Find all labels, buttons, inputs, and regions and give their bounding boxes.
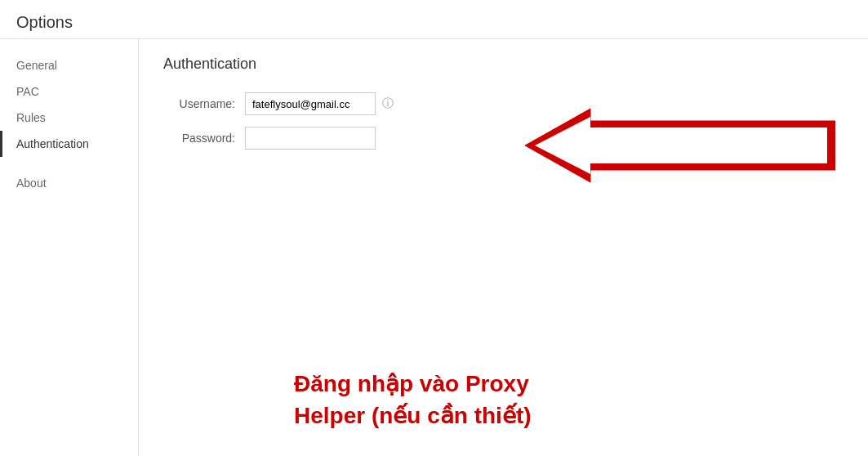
sidebar-item-label: General [16, 59, 57, 72]
help-icon[interactable]: ⓘ [382, 96, 394, 111]
sidebar-item-label: PAC [16, 85, 39, 98]
sidebar-item-about[interactable]: About [0, 170, 138, 196]
arrow-svg [525, 105, 835, 186]
password-label: Password: [163, 132, 245, 145]
username-input[interactable] [245, 92, 376, 115]
annotation-text: Đăng nhập vào Proxy Helper (nếu cần thiế… [294, 368, 532, 431]
sidebar: General PAC Rules Authentication About [0, 39, 139, 456]
arrow-annotation [525, 105, 835, 186]
header: Options [0, 0, 868, 39]
sidebar-item-label: Rules [16, 111, 46, 124]
sidebar-item-rules[interactable]: Rules [0, 105, 138, 131]
sidebar-item-authentication[interactable]: Authentication [0, 131, 138, 157]
sidebar-item-pac[interactable]: PAC [0, 78, 138, 105]
main-layout: General PAC Rules Authentication About A… [0, 39, 868, 456]
sidebar-item-label: About [16, 177, 47, 190]
password-input[interactable] [245, 127, 376, 150]
annotation-line1: Đăng nhập vào Proxy [294, 368, 532, 400]
sidebar-item-label: Authentication [16, 137, 89, 150]
page-container: Options General PAC Rules Authentication… [0, 0, 868, 456]
content-area: Authentication Username: ⓘ Password: [139, 39, 868, 456]
section-title: Authentication [163, 56, 844, 76]
page-title: Options [16, 13, 73, 31]
username-label: Username: [163, 97, 245, 110]
annotation-line2: Helper (nếu cần thiết) [294, 400, 532, 431]
sidebar-item-general[interactable]: General [0, 52, 138, 78]
